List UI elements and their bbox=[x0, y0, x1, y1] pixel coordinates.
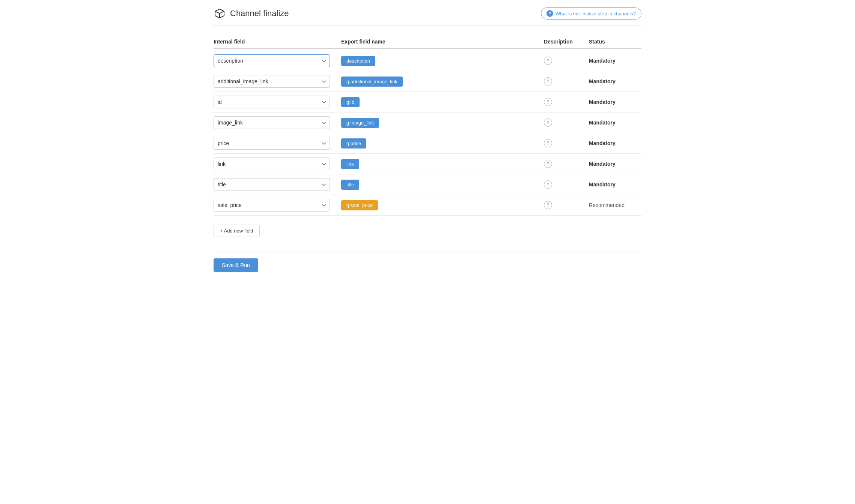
status-cell: Mandatory bbox=[589, 182, 641, 188]
internal-field-select[interactable]: link bbox=[214, 158, 330, 170]
internal-field-cell: title bbox=[214, 178, 341, 191]
description-help-icon[interactable]: ? bbox=[544, 180, 552, 189]
status-badge: Mandatory bbox=[589, 161, 616, 167]
description-cell: ? bbox=[544, 118, 589, 127]
table-row: additional_image_link g:additional_image… bbox=[214, 71, 641, 92]
internal-field-select[interactable]: id bbox=[214, 96, 330, 108]
col-description: Description bbox=[544, 39, 589, 45]
export-field-badge: link bbox=[341, 159, 359, 169]
col-internal-field: Internal field bbox=[214, 39, 341, 45]
title-area: Channel finalize bbox=[214, 8, 289, 20]
status-badge: Mandatory bbox=[589, 78, 616, 84]
export-field-cell: link bbox=[341, 159, 544, 169]
status-badge: Mandatory bbox=[589, 120, 616, 126]
internal-field-select[interactable]: price bbox=[214, 137, 330, 150]
description-help-icon[interactable]: ? bbox=[544, 201, 552, 209]
status-cell: Mandatory bbox=[589, 78, 641, 84]
table-row: image_link g:image_link ? Mandatory bbox=[214, 112, 641, 133]
export-field-cell: g:additional_image_link bbox=[341, 76, 544, 87]
internal-field-cell: link bbox=[214, 158, 341, 170]
description-cell: ? bbox=[544, 160, 589, 168]
export-field-cell: title bbox=[341, 180, 544, 190]
status-cell: Mandatory bbox=[589, 120, 641, 126]
table-row: id g:id ? Mandatory bbox=[214, 92, 641, 112]
description-help-icon[interactable]: ? bbox=[544, 77, 552, 86]
internal-field-cell: image_link bbox=[214, 116, 341, 129]
export-field-cell: g:id bbox=[341, 97, 544, 107]
table-row: description description ? Mandatory bbox=[214, 51, 641, 71]
page-title: Channel finalize bbox=[230, 9, 289, 18]
description-cell: ? bbox=[544, 77, 589, 86]
status-badge: Mandatory bbox=[589, 58, 616, 64]
table-rows: description description ? Mandatory addi… bbox=[214, 51, 641, 216]
help-link-label: What is the finalize step in channels? bbox=[555, 11, 636, 16]
add-field-area: + Add new field bbox=[214, 216, 641, 241]
save-run-button[interactable]: Save & Run bbox=[214, 258, 258, 272]
col-status: Status bbox=[589, 39, 641, 45]
internal-field-cell: description bbox=[214, 54, 341, 67]
status-badge: Mandatory bbox=[589, 140, 616, 146]
status-badge: Mandatory bbox=[589, 99, 616, 105]
table-header: Internal field Export field name Descrip… bbox=[214, 35, 641, 49]
export-field-badge: description bbox=[341, 56, 375, 66]
status-cell: Mandatory bbox=[589, 99, 641, 105]
help-icon: ? bbox=[546, 10, 553, 17]
table-row: price g:price ? Mandatory bbox=[214, 133, 641, 154]
internal-field-select[interactable]: additional_image_link bbox=[214, 75, 330, 88]
status-cell: Mandatory bbox=[589, 161, 641, 167]
add-field-button[interactable]: + Add new field bbox=[214, 225, 260, 237]
description-help-icon[interactable]: ? bbox=[544, 98, 552, 106]
col-export-field: Export field name bbox=[341, 39, 544, 45]
status-badge: Mandatory bbox=[589, 182, 616, 188]
export-field-badge: g:additional_image_link bbox=[341, 76, 403, 87]
table-row: title title ? Mandatory bbox=[214, 174, 641, 195]
table-row: link link ? Mandatory bbox=[214, 154, 641, 174]
internal-field-cell: id bbox=[214, 96, 341, 108]
export-field-badge: g:id bbox=[341, 97, 360, 107]
description-help-icon[interactable]: ? bbox=[544, 160, 552, 168]
export-field-badge: g:image_link bbox=[341, 118, 379, 128]
fields-table: Internal field Export field name Descrip… bbox=[214, 35, 641, 241]
internal-field-select[interactable]: description bbox=[214, 54, 330, 67]
internal-field-select[interactable]: title bbox=[214, 178, 330, 191]
description-help-icon[interactable]: ? bbox=[544, 57, 552, 65]
export-field-badge: g:sale_price bbox=[341, 200, 378, 210]
status-cell: Mandatory bbox=[589, 140, 641, 146]
help-link-button[interactable]: ? What is the finalize step in channels? bbox=[541, 8, 641, 20]
export-field-cell: description bbox=[341, 56, 544, 66]
export-field-cell: g:price bbox=[341, 138, 544, 148]
internal-field-cell: price bbox=[214, 137, 341, 150]
export-field-cell: g:sale_price bbox=[341, 200, 544, 210]
internal-field-select[interactable]: image_link bbox=[214, 116, 330, 129]
export-field-badge: title bbox=[341, 180, 359, 190]
description-help-icon[interactable]: ? bbox=[544, 118, 552, 127]
internal-field-select[interactable]: sale_price bbox=[214, 199, 330, 212]
description-cell: ? bbox=[544, 139, 589, 147]
internal-field-cell: additional_image_link bbox=[214, 75, 341, 88]
channel-icon bbox=[214, 8, 226, 20]
export-field-badge: g:price bbox=[341, 138, 366, 148]
status-cell: Recommended bbox=[589, 202, 641, 208]
export-field-cell: g:image_link bbox=[341, 118, 544, 128]
footer-bar: Save & Run bbox=[214, 252, 641, 272]
status-cell: Mandatory bbox=[589, 58, 641, 64]
table-row: sale_price g:sale_price ? Recommended bbox=[214, 195, 641, 216]
description-cell: ? bbox=[544, 98, 589, 106]
description-cell: ? bbox=[544, 201, 589, 209]
description-help-icon[interactable]: ? bbox=[544, 139, 552, 147]
page-header: Channel finalize ? What is the finalize … bbox=[214, 8, 641, 26]
internal-field-cell: sale_price bbox=[214, 199, 341, 212]
description-cell: ? bbox=[544, 57, 589, 65]
status-badge: Recommended bbox=[589, 202, 625, 208]
description-cell: ? bbox=[544, 180, 589, 189]
